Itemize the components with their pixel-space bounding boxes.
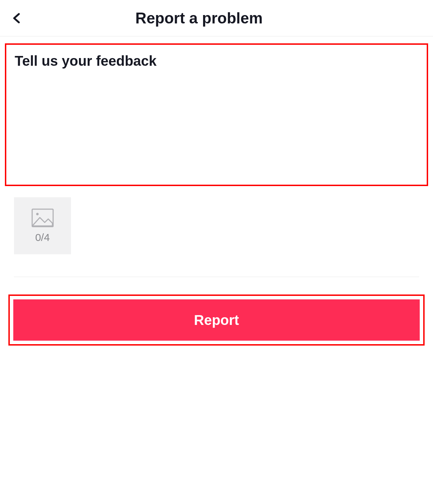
back-button[interactable] xyxy=(10,10,23,26)
upload-counter: 0/4 xyxy=(35,232,50,243)
upload-image-button[interactable]: 0/4 xyxy=(14,197,71,254)
image-icon xyxy=(31,208,54,227)
report-highlight-box: Report xyxy=(8,294,425,346)
content: 0/4 Report xyxy=(0,43,433,346)
feedback-highlight-box xyxy=(5,43,428,186)
feedback-box xyxy=(6,45,427,185)
page-title: Report a problem xyxy=(0,9,426,27)
header: Report a problem xyxy=(0,0,433,36)
upload-section: 0/4 xyxy=(0,186,433,254)
chevron-left-icon xyxy=(10,10,23,26)
feedback-input[interactable] xyxy=(15,53,418,175)
svg-rect-0 xyxy=(32,209,53,227)
divider xyxy=(14,277,419,277)
svg-point-1 xyxy=(36,213,38,215)
report-button[interactable]: Report xyxy=(13,299,420,341)
